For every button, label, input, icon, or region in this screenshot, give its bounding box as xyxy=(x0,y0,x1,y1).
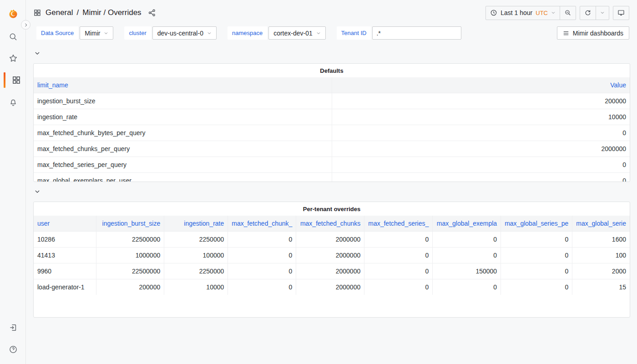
row-collapse-toggle[interactable] xyxy=(34,186,45,197)
namespace-value: cortex-dev-01 xyxy=(273,30,313,37)
sidebar-item-help[interactable] xyxy=(0,340,26,359)
column-header[interactable]: max_fetched_chunks xyxy=(296,216,364,231)
chevron-down-icon xyxy=(34,50,40,56)
table-cell: 0 xyxy=(228,279,296,295)
sidebar-item-dashboards[interactable] xyxy=(0,71,26,89)
table-cell: max_fetched_chunk_bytes_per_query xyxy=(34,125,332,141)
refresh-button[interactable] xyxy=(580,6,596,20)
table-cell: ingestion_rate xyxy=(34,109,332,125)
variable-data-source: Data Source Mimir xyxy=(36,26,113,40)
data-source-select[interactable]: Mimir xyxy=(80,26,113,40)
mimir-dashboards-button[interactable]: Mimir dashboards xyxy=(557,26,629,40)
table-cell: 2000000 xyxy=(296,247,364,263)
column-header[interactable]: max_global_series_pe xyxy=(501,216,572,231)
zoom-out-icon xyxy=(564,9,571,16)
panel-title[interactable]: Defaults xyxy=(34,64,630,77)
table-cell: 0 xyxy=(364,263,433,279)
table-cell: load-generator-1 xyxy=(34,279,96,295)
chevron-down-icon xyxy=(104,31,108,35)
tenant-id-input[interactable] xyxy=(372,26,461,40)
table-cell: 2000000 xyxy=(296,231,364,247)
column-header[interactable]: ingestion_burst_size xyxy=(96,216,164,231)
table-cell: 2000000 xyxy=(296,279,364,295)
defaults-table: limit_nameValueingestion_burst_size20000… xyxy=(34,77,630,182)
variable-namespace: namespace cortex-dev-01 xyxy=(228,26,326,40)
table-cell: 0 xyxy=(364,247,433,263)
column-header[interactable]: max_fetched_chunk_ xyxy=(228,216,296,231)
cluster-select[interactable]: dev-us-central-0 xyxy=(152,26,217,40)
breadcrumb[interactable]: General / Mimir / Overrides xyxy=(34,8,156,17)
zoom-out-time-button[interactable] xyxy=(560,6,576,20)
kiosk-group xyxy=(613,6,629,20)
cluster-value: dev-us-central-0 xyxy=(157,30,203,37)
variable-cluster: cluster dev-us-central-0 xyxy=(124,26,216,40)
grafana-logo-icon xyxy=(8,9,18,19)
chevron-down-icon xyxy=(551,10,556,15)
per-tenant-overrides-panel: Per-tenant overrides useringestion_burst… xyxy=(33,202,630,318)
sidebar-item-search[interactable] xyxy=(0,28,26,46)
chevron-right-icon xyxy=(23,22,29,28)
sidebar-item-alerting[interactable] xyxy=(0,93,26,111)
table-cell: max_fetched_chunks_per_query xyxy=(34,141,332,157)
time-picker-group: Last 1 hour UTC xyxy=(485,6,576,20)
dashboard-header: General / Mimir / Overrides Last 1 hour … xyxy=(26,0,637,25)
table-cell: 10000 xyxy=(164,279,228,295)
table-cell: 0 xyxy=(501,231,572,247)
namespace-select[interactable]: cortex-dev-01 xyxy=(268,26,326,40)
table-row: 10286225000002250000020000000001600 xyxy=(34,231,630,247)
table-cell: 100000 xyxy=(164,247,228,263)
data-source-value: Mimir xyxy=(85,30,100,37)
search-icon xyxy=(9,32,18,41)
table-cell: 0 xyxy=(228,247,296,263)
table-cell: 10000 xyxy=(332,109,630,125)
help-circle-icon xyxy=(9,345,18,354)
mimir-dashboards-label: Mimir dashboards xyxy=(573,30,623,37)
chevron-down-icon xyxy=(34,188,40,195)
table-cell: 1000000 xyxy=(96,247,164,263)
table-cell: 0 xyxy=(433,279,501,295)
table-cell: 0 xyxy=(332,125,630,141)
row-collapse-toggle[interactable] xyxy=(34,48,45,59)
refresh-interval-dropdown[interactable] xyxy=(596,6,609,20)
table-cell: 41413 xyxy=(34,247,96,263)
table-cell: 10286 xyxy=(34,231,96,247)
namespace-label: namespace xyxy=(228,26,267,40)
table-cell: 0 xyxy=(433,247,501,263)
table-cell: 0 xyxy=(228,231,296,247)
breadcrumb-folder[interactable]: General xyxy=(46,8,73,17)
overrides-table: useringestion_burst_sizeingestion_ratema… xyxy=(34,216,630,295)
panel-title[interactable]: Per-tenant overrides xyxy=(34,202,630,216)
sidebar-expand-button[interactable] xyxy=(21,20,30,30)
column-header[interactable]: user xyxy=(34,216,96,231)
table-row: max_fetched_series_per_query0 xyxy=(34,157,630,172)
dashboards-grid-icon xyxy=(12,76,21,85)
table-row: max_fetched_chunks_per_query2000000 xyxy=(34,141,630,157)
sidebar xyxy=(0,0,26,364)
column-header[interactable]: max_global_exempla xyxy=(433,216,501,231)
table-cell: 0 xyxy=(501,247,572,263)
time-picker-button[interactable]: Last 1 hour UTC xyxy=(486,6,560,20)
share-alt-icon xyxy=(148,9,156,17)
column-header[interactable]: ingestion_rate xyxy=(164,216,228,231)
table-cell: 150000 xyxy=(433,263,501,279)
monitor-icon xyxy=(617,9,625,16)
column-header[interactable]: max_fetched_series_ xyxy=(364,216,433,231)
defaults-panel: Defaults limit_nameValueingestion_burst_… xyxy=(33,63,630,182)
table-cell: ingestion_burst_size xyxy=(34,93,332,109)
share-dashboard-button[interactable] xyxy=(148,9,156,17)
column-header[interactable]: limit_name xyxy=(34,77,332,93)
table-row: ingestion_rate10000 xyxy=(34,109,630,125)
refresh-icon xyxy=(584,9,592,16)
cycle-view-mode-button[interactable] xyxy=(613,6,629,20)
sidebar-item-starred[interactable] xyxy=(0,49,26,67)
grafana-logo[interactable] xyxy=(0,5,26,23)
sidebar-item-sign-in[interactable] xyxy=(0,318,26,337)
table-cell: 0 xyxy=(433,231,501,247)
table-cell: 100 xyxy=(572,247,630,263)
table-cell: 0 xyxy=(364,231,433,247)
table-cell: 15 xyxy=(572,279,630,295)
column-header[interactable]: max_global_serie xyxy=(572,216,630,231)
time-range-label: Last 1 hour xyxy=(500,9,532,16)
column-header[interactable]: Value xyxy=(332,77,630,93)
table-cell: 0 xyxy=(332,172,630,182)
